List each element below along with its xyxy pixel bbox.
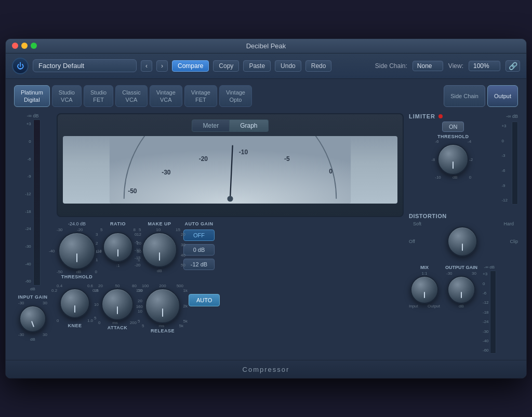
maximize-button[interactable]: [31, 43, 37, 49]
distortion-off-label: Off: [409, 239, 415, 244]
tab-output[interactable]: Output: [487, 85, 518, 107]
input-meter-bar: [33, 119, 41, 286]
limiter-indicator: [438, 114, 443, 118]
svg-text:-20: -20: [199, 156, 208, 163]
view-label: View:: [448, 62, 463, 70]
auto-gain-off-button[interactable]: OFF: [183, 230, 215, 241]
output-gain-knob[interactable]: [447, 276, 475, 304]
auto-gain-group: AUTO GAIN OFF 0 dB -12 dB: [183, 221, 215, 270]
mix-group: MIX 1:1 Input Output: [409, 265, 440, 308]
window-title: Decibel Peak: [246, 42, 286, 50]
type-tabs: PlatinumDigital StudioVCA StudioFET Clas…: [14, 85, 518, 107]
output-gain-label: OUTPUT GAIN: [445, 265, 477, 270]
redo-button[interactable]: Redo: [305, 60, 332, 72]
tab-studio-fet[interactable]: StudioFET: [84, 85, 113, 107]
distortion-knob[interactable]: [447, 226, 477, 257]
makeup-knob[interactable]: [142, 232, 177, 267]
input-gain-knob[interactable]: [19, 305, 46, 332]
mix-label: MIX: [420, 265, 429, 270]
svg-text:0: 0: [329, 168, 332, 176]
meter-tab[interactable]: Meter: [192, 119, 230, 132]
tab-classic-vca[interactable]: ClassicVCA: [115, 85, 147, 107]
top-right: Side Chain: None View: 100% 🔗: [375, 60, 520, 72]
mix-knob[interactable]: [410, 276, 438, 304]
nav-next-button[interactable]: ›: [156, 60, 168, 72]
nav-prev-button[interactable]: ‹: [141, 60, 152, 72]
view-select[interactable]: 100%: [469, 61, 500, 71]
makeup-label: MAKE UP: [148, 221, 171, 226]
limiter-label: LIMITER: [409, 113, 435, 119]
auto-gain-0db-button[interactable]: 0 dB: [183, 244, 215, 255]
auto-gain-12db-button[interactable]: -12 dB: [183, 259, 215, 270]
ratio-group: RATIO 5 8 3 2 1.4 1: [100, 221, 136, 268]
plugin-inner: -∞ dB +3 0 -6 -9 -12 -18 -24 -30 -40 -60: [14, 113, 518, 354]
knee-label: KNEE: [68, 323, 82, 328]
ratio-label: RATIO: [110, 221, 126, 226]
distortion-hard-label: Hard: [503, 221, 514, 226]
knee-group: 0.4 0.6 0.2 0.8: [57, 284, 93, 328]
input-gain-label: INPUT GAIN: [18, 294, 47, 300]
attack-label: ATTACK: [108, 325, 128, 330]
attack-group: 20 50 80 15 10 5: [98, 284, 137, 330]
input-meter-ticks: +3 0 -6 -9 -12 -18 -24 -30 -40 -60: [25, 119, 31, 286]
input-meter-container: +3 0 -6 -9 -12 -18 -24 -30 -40 -60: [25, 119, 41, 286]
tab-side-chain[interactable]: Side Chain: [444, 85, 485, 107]
paste-button[interactable]: Paste: [243, 60, 271, 72]
plugin-type-label: Compressor: [243, 366, 290, 373]
ratio-knob[interactable]: [103, 232, 133, 262]
svg-text:-50: -50: [128, 187, 137, 195]
attack-knob[interactable]: [101, 288, 134, 320]
limiter-meter-bar: [512, 122, 518, 205]
threshold-value-label: -24.0 dB: [68, 221, 86, 226]
input-gain-knob-group: INPUT GAIN -30 30 -30 30 dB: [18, 294, 47, 342]
threshold-knob[interactable]: [58, 232, 96, 270]
release-label: RELEASE: [151, 328, 175, 333]
limiter-threshold-knob[interactable]: [437, 144, 469, 175]
svg-point-2: [227, 196, 233, 201]
auto-button[interactable]: AUTO: [189, 294, 220, 306]
svg-text:-30: -30: [162, 169, 171, 177]
tab-vintage-fet[interactable]: VintageFET: [184, 85, 217, 107]
bottom-knobs-row: 0.4 0.6 0.2 0.8: [57, 284, 404, 333]
link-button[interactable]: 🔗: [506, 60, 520, 72]
threshold-group: -24.0 dB -30 -20 -40 -10: [57, 221, 97, 279]
side-chain-select[interactable]: None: [413, 61, 443, 71]
svg-text:-10: -10: [239, 149, 248, 156]
title-bar-buttons: [12, 43, 37, 49]
auto-gain-label: AUTO GAIN: [185, 221, 214, 226]
side-chain-label: Side Chain:: [375, 62, 407, 70]
graph-tab[interactable]: Graph: [230, 119, 268, 132]
close-button[interactable]: [12, 43, 18, 49]
undo-button[interactable]: Undo: [275, 60, 301, 72]
main-area: PlatinumDigital StudioVCA StudioFET Clas…: [6, 79, 526, 360]
vu-gauge-area: -50 -30 -20 -10 -5 0: [63, 136, 397, 204]
top-controls: ⏻ Factory Default ‹ › Compare Copy Paste…: [6, 53, 526, 79]
distortion-label: DISTORTION: [409, 213, 518, 219]
title-bar: Decibel Peak: [6, 39, 526, 53]
output-meter-group: -∞ dB +3 0 -6 -12 -18 -24 -30: [483, 265, 496, 354]
tab-vintage-opto[interactable]: VintageOpto: [219, 85, 252, 107]
limiter-on-button[interactable]: ON: [442, 122, 464, 132]
mix-output-row: MIX 1:1 Input Output OUTPUT GAIN: [409, 265, 518, 354]
compare-button[interactable]: Compare: [172, 60, 209, 72]
tab-vintage-vca[interactable]: VintageVCA: [150, 85, 182, 107]
plugin-window: Decibel Peak ⏻ Factory Default ‹ › Compa…: [5, 38, 527, 379]
output-gain-group: OUTPUT GAIN -30 30 dB: [445, 265, 477, 308]
preset-selector[interactable]: Factory Default: [33, 59, 137, 72]
tab-studio-vca[interactable]: StudioVCA: [52, 85, 82, 107]
knee-knob[interactable]: [60, 288, 90, 318]
distortion-soft-label: Soft: [413, 221, 421, 226]
power-button[interactable]: ⏻: [12, 58, 29, 74]
tab-platinum-digital[interactable]: PlatinumDigital: [14, 85, 50, 107]
threshold-label: THRESHOLD: [61, 274, 93, 279]
auto-button-group: AUTO: [189, 284, 220, 306]
minimize-button[interactable]: [21, 43, 28, 49]
bottom-bar: Compressor: [6, 360, 526, 378]
copy-button[interactable]: Copy: [213, 60, 239, 72]
release-group: 100 200 500 50 20 10 5: [142, 284, 183, 333]
vu-gauge-svg: -50 -30 -20 -10 -5 0: [63, 136, 397, 204]
makeup-group: MAKE UP 5 10 15 0 -5 -10 -15: [139, 221, 180, 273]
release-knob[interactable]: [145, 288, 180, 324]
distortion-section: DISTORTION Soft Hard Off Clip: [409, 213, 518, 257]
limiter-threshold-label: THRESHOLD: [437, 134, 469, 139]
